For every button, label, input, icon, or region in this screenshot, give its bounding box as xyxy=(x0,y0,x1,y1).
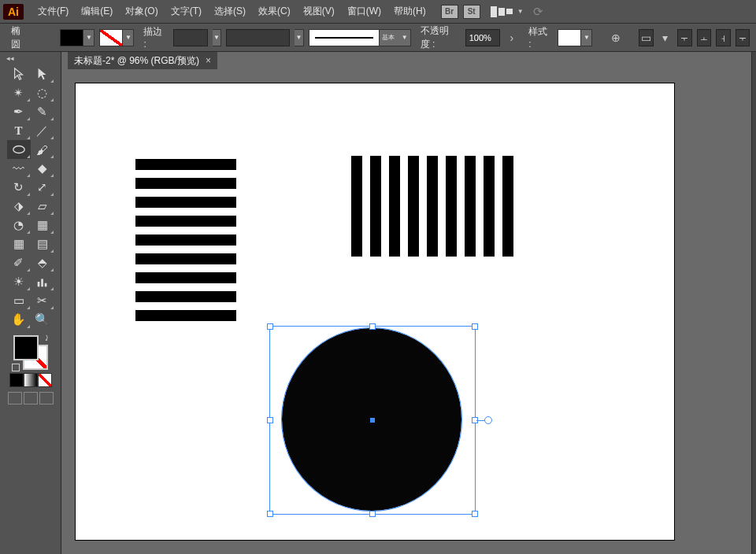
align-left-icon[interactable]: ⫟ xyxy=(677,29,691,46)
menu-file[interactable]: 文件(F) xyxy=(32,0,75,23)
tools-panel: ◂◂ ✴ ◌ ✒ ✎ T ／ 🖌 〰 ◆ ↻ ⤢ ⬗ ▱ ◔ ▦ ▦ ▤ ✐ ⬘… xyxy=(0,52,61,554)
pie-widget-handle[interactable] xyxy=(484,416,492,424)
magic-wand-tool[interactable]: ✴ xyxy=(7,83,31,102)
rotate-tool[interactable]: ↻ xyxy=(7,178,31,197)
sync-icon[interactable]: ⟳ xyxy=(533,5,543,19)
chevron-down-icon[interactable]: ▼ xyxy=(295,29,304,46)
options-bar: 椭圆 ▼ ▼ 描边 : ▼ ▼ 基本▼ 不透明度 : 100% › 样式 : ▼… xyxy=(0,24,756,52)
column-graph-tool[interactable] xyxy=(31,272,54,291)
panel-collapse-icon[interactable]: ◂◂ xyxy=(0,54,61,63)
align-hcenter-icon[interactable]: ⫠ xyxy=(697,29,711,46)
fill-stroke-control[interactable]: ⤸ xyxy=(12,334,50,371)
menu-view[interactable]: 视图(V) xyxy=(297,0,341,23)
artboard-tool[interactable]: ▭ xyxy=(7,291,31,310)
menu-select[interactable]: 选择(S) xyxy=(208,0,252,23)
direct-selection-tool[interactable] xyxy=(31,65,54,83)
type-tool[interactable]: T xyxy=(7,121,31,140)
opacity-input[interactable]: 100% xyxy=(465,29,500,46)
swap-fill-stroke-icon[interactable]: ⤸ xyxy=(43,334,50,342)
align-doc-icon[interactable]: ▭ xyxy=(639,29,653,46)
curvature-tool[interactable]: ✎ xyxy=(31,102,54,121)
align-right-icon[interactable]: ⫞ xyxy=(716,29,730,46)
paintbrush-tool[interactable]: 🖌 xyxy=(31,140,54,159)
align-top-icon[interactable]: ⫟ xyxy=(736,29,750,46)
chevron-down-icon: ▼ xyxy=(123,29,134,46)
stroke-label: 描边 : xyxy=(139,25,168,50)
vertical-stripes-object[interactable] xyxy=(351,156,513,257)
svg-rect-1 xyxy=(37,282,39,286)
stroke-swatch[interactable]: ▼ xyxy=(99,29,134,46)
menu-help[interactable]: 帮助(H) xyxy=(387,0,432,23)
blend-tool[interactable]: ⬘ xyxy=(31,253,54,272)
color-mode-solid[interactable] xyxy=(9,373,24,387)
right-panel-edge[interactable] xyxy=(751,52,756,554)
menu-window[interactable]: 窗口(W) xyxy=(341,0,387,23)
svg-point-0 xyxy=(13,146,24,153)
recolor-icon[interactable]: ⊕ xyxy=(609,29,623,46)
stock-button[interactable]: St xyxy=(463,5,480,19)
chevron-down-icon: ▼ xyxy=(581,29,592,46)
resize-handle-t[interactable] xyxy=(369,323,376,330)
width-tool[interactable]: ⬗ xyxy=(7,197,31,216)
eyedropper-tool[interactable]: ✐ xyxy=(7,253,31,272)
default-fill-stroke-icon[interactable] xyxy=(12,364,20,371)
selection-bounding-box[interactable] xyxy=(269,326,476,515)
opacity-label: 不透明度 : xyxy=(416,24,461,51)
draw-behind-icon[interactable] xyxy=(24,392,38,404)
chevron-down-icon: ▼ xyxy=(517,8,524,15)
slice-tool[interactable]: ✂ xyxy=(31,291,54,310)
symbol-sprayer-tool[interactable]: ☀ xyxy=(7,272,31,291)
svg-rect-2 xyxy=(41,279,43,286)
resize-handle-tl[interactable] xyxy=(267,323,273,330)
ellipse-tool[interactable] xyxy=(7,140,31,159)
svg-rect-3 xyxy=(44,283,46,287)
brush-definition[interactable]: 基本▼ xyxy=(309,29,411,46)
workspace-switcher[interactable]: ▼ xyxy=(491,6,524,17)
artboard[interactable] xyxy=(76,83,674,540)
color-mode-none[interactable] xyxy=(38,373,52,387)
mesh-tool[interactable]: ▦ xyxy=(7,235,31,253)
bridge-button[interactable]: Br xyxy=(441,5,458,19)
resize-handle-l[interactable] xyxy=(267,417,273,423)
menu-edit[interactable]: 编辑(E) xyxy=(75,0,119,23)
hand-tool[interactable]: ✋ xyxy=(7,310,31,329)
chevron-down-icon: ▼ xyxy=(83,29,94,46)
document-tab[interactable]: 未标题-2* @ 96% (RGB/预览) × xyxy=(68,52,217,69)
gradient-tool[interactable]: ▤ xyxy=(31,235,54,253)
selection-tool[interactable] xyxy=(7,65,31,83)
scale-tool[interactable]: ⤢ xyxy=(31,178,54,197)
resize-handle-tr[interactable] xyxy=(472,323,478,330)
draw-inside-icon[interactable] xyxy=(39,392,54,404)
resize-handle-b[interactable] xyxy=(369,511,376,517)
menu-effect[interactable]: 效果(C) xyxy=(252,0,297,23)
fill-color-icon[interactable] xyxy=(13,335,39,360)
menu-type[interactable]: 文字(T) xyxy=(165,0,208,23)
stroke-weight-input[interactable] xyxy=(173,29,208,46)
canvas[interactable] xyxy=(61,69,751,554)
pencil-tool[interactable]: 〰 xyxy=(7,159,31,178)
fill-swatch[interactable]: ▼ xyxy=(60,29,94,46)
line-tool[interactable]: ／ xyxy=(31,121,54,140)
graphic-style-swatch[interactable]: ▼ xyxy=(558,29,592,46)
lasso-tool[interactable]: ◌ xyxy=(31,83,54,102)
zoom-tool[interactable]: 🔍 xyxy=(31,310,54,329)
pen-tool[interactable]: ✒ xyxy=(7,102,31,121)
horizontal-stripes-object[interactable] xyxy=(135,159,236,321)
tab-title: 未标题-2* @ 96% (RGB/预览) xyxy=(74,54,199,68)
resize-handle-bl[interactable] xyxy=(267,511,273,517)
shape-builder-tool[interactable]: ◔ xyxy=(7,216,31,235)
app-logo: Ai xyxy=(3,4,24,20)
resize-handle-br[interactable] xyxy=(472,511,478,517)
align-more-icon[interactable]: ▾ xyxy=(658,29,673,46)
free-transform-tool[interactable]: ▱ xyxy=(31,197,54,216)
stroke-weight-stepper[interactable]: ▼ xyxy=(213,29,222,46)
stroke-profile-input[interactable] xyxy=(226,29,290,46)
menu-object[interactable]: 对象(O) xyxy=(119,0,164,23)
eraser-tool[interactable]: ◆ xyxy=(31,159,54,178)
close-icon[interactable]: × xyxy=(206,55,211,66)
perspective-grid-tool[interactable]: ▦ xyxy=(31,216,54,235)
opacity-more-icon[interactable]: › xyxy=(505,29,519,46)
draw-normal-icon[interactable] xyxy=(8,392,22,404)
center-anchor-icon[interactable] xyxy=(370,418,375,423)
color-mode-gradient[interactable] xyxy=(24,373,38,387)
